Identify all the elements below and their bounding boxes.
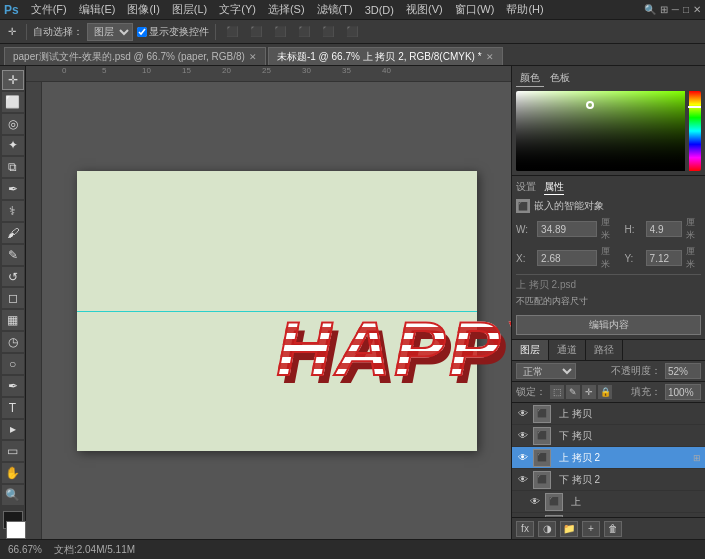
zoom-tool[interactable]: 🔍 (2, 485, 24, 505)
x-input[interactable] (537, 250, 597, 266)
lock-transparent-icon[interactable]: ⬚ (550, 385, 564, 399)
gradient-tool[interactable]: ▦ (2, 310, 24, 330)
background-color[interactable] (6, 521, 26, 539)
workspace-icon[interactable]: ⊞ (660, 4, 668, 15)
menu-layer[interactable]: 图层(L) (166, 0, 213, 19)
color-picker[interactable] (516, 91, 701, 171)
tab-close-untitled[interactable]: ✕ (486, 52, 494, 62)
layer-item[interactable]: 👁 ⬛ 上 拷贝 (512, 403, 705, 425)
layer-name: 下 拷贝 (559, 429, 701, 443)
fill-input[interactable] (665, 384, 701, 400)
align-top-btn[interactable]: ⬛ (294, 22, 314, 42)
happy-main-layer: HAPPY (277, 311, 512, 387)
history-brush-tool[interactable]: ↺ (2, 267, 24, 287)
text-tool[interactable]: T (2, 398, 24, 418)
layer-item[interactable]: 👁 ⬛ 上 (512, 491, 705, 513)
clone-tool[interactable]: ✎ (2, 245, 24, 265)
color-hue-indicator (688, 106, 701, 108)
move-tool[interactable]: ✛ (2, 70, 24, 90)
spot-heal-tool[interactable]: ⚕ (2, 201, 24, 221)
y-unit: 厘米 (686, 245, 701, 271)
close-icon[interactable]: ✕ (693, 4, 701, 15)
brush-tool[interactable]: 🖌 (2, 223, 24, 243)
eraser-tool[interactable]: ◻ (2, 288, 24, 308)
layer-adjustment-button[interactable]: ◑ (538, 521, 556, 537)
lock-image-icon[interactable]: ✎ (566, 385, 580, 399)
blur-tool[interactable]: ◷ (2, 332, 24, 352)
min-icon[interactable]: ─ (672, 4, 679, 15)
tab-paths[interactable]: 路径 (586, 340, 623, 360)
align-right-btn[interactable]: ⬛ (270, 22, 290, 42)
marquee-tool[interactable]: ⬜ (2, 92, 24, 112)
menu-text[interactable]: 文字(Y) (213, 0, 262, 19)
opacity-label: 不透明度： (611, 364, 661, 378)
h-input[interactable] (646, 221, 682, 237)
lasso-tool[interactable]: ◎ (2, 114, 24, 134)
menu-3d[interactable]: 3D(D) (359, 0, 400, 19)
layer-visibility[interactable]: 👁 (516, 407, 530, 421)
edit-content-button[interactable]: 编辑内容 (516, 315, 701, 335)
menu-window[interactable]: 窗口(W) (449, 0, 501, 19)
layer-visibility[interactable]: 👁 (516, 429, 530, 443)
h-unit: 厘米 (686, 216, 701, 242)
align-bottom-btn[interactable]: ⬛ (342, 22, 362, 42)
layer-visibility[interactable]: 👁 (516, 451, 530, 465)
tab-swatches[interactable]: 色板 (546, 70, 574, 87)
menu-filter[interactable]: 滤镜(T) (311, 0, 359, 19)
menu-help[interactable]: 帮助(H) (500, 0, 549, 19)
tab-layers[interactable]: 图层 (512, 340, 549, 360)
path-select-tool[interactable]: ▸ (2, 420, 24, 440)
new-layer-button[interactable]: + (582, 521, 600, 537)
layer-item[interactable]: 👁 ⬛ 下 拷贝 (512, 425, 705, 447)
layer-item[interactable]: 👁 ⬛ 上 拷贝 2 ⊞ (512, 447, 705, 469)
align-left-btn[interactable]: ⬛ (222, 22, 242, 42)
magic-wand-tool[interactable]: ✦ (2, 136, 24, 156)
tab-channels[interactable]: 通道 (549, 340, 586, 360)
transform-controls-checkbox[interactable] (137, 27, 147, 37)
layer-thumbnail: ⬛ (533, 405, 551, 423)
layer-visibility[interactable]: 👁 (528, 495, 542, 509)
separator2 (215, 24, 216, 40)
align-center-btn[interactable]: ⬛ (246, 22, 266, 42)
tab-close-paper[interactable]: ✕ (249, 52, 257, 62)
tab-color[interactable]: 颜色 (516, 70, 544, 87)
dodge-tool[interactable]: ○ (2, 354, 24, 374)
shape-tool[interactable]: ▭ (2, 441, 24, 461)
eyedropper-tool[interactable]: ✒ (2, 179, 24, 199)
menu-select[interactable]: 选择(S) (262, 0, 311, 19)
transform-controls-label[interactable]: 显示变换控件 (137, 25, 209, 39)
delete-layer-button[interactable]: 🗑 (604, 521, 622, 537)
y-input[interactable] (646, 250, 682, 266)
color-panel-tabs: 颜色 色板 (516, 70, 701, 87)
layer-smart-icon: ⊞ (693, 453, 701, 463)
lock-position-icon[interactable]: ✛ (582, 385, 596, 399)
opacity-input[interactable] (665, 363, 701, 379)
tab-attributes[interactable]: 属性 (544, 180, 564, 195)
tab-settings[interactable]: 设置 (516, 180, 536, 195)
menu-file[interactable]: 文件(F) (25, 0, 73, 19)
tab-untitled[interactable]: 未标题-1 @ 66.7% 上 拷贝 2, RGB/8(CMYK) * ✕ (268, 47, 503, 65)
color-section: 颜色 色板 (512, 66, 705, 176)
layer-fx-button[interactable]: fx (516, 521, 534, 537)
layer-group-button[interactable]: 📁 (560, 521, 578, 537)
tab-paper[interactable]: paper测试文件-效果的.psd @ 66.7% (paper, RGB/8)… (4, 47, 266, 65)
align-middle-btn[interactable]: ⬛ (318, 22, 338, 42)
crop-tool[interactable]: ⧉ (2, 157, 24, 177)
layer-visibility[interactable]: 👁 (516, 473, 530, 487)
w-input[interactable] (537, 221, 597, 237)
layer-item[interactable]: 👁 ⬛ 下 拷贝 2 (512, 469, 705, 491)
max-icon[interactable]: □ (683, 4, 689, 15)
blend-mode-select[interactable]: 正常 (516, 363, 576, 379)
pen-tool[interactable]: ✒ (2, 376, 24, 396)
menu-edit[interactable]: 编辑(E) (73, 0, 122, 19)
search-icon[interactable]: 🔍 (644, 4, 656, 15)
menu-image[interactable]: 图像(I) (121, 0, 165, 19)
smart-object-icon: ⬛ (516, 199, 530, 213)
menu-view[interactable]: 视图(V) (400, 0, 449, 19)
lock-icons-group: ⬚ ✎ ✛ 🔒 (550, 385, 612, 399)
color-hue-bar[interactable] (689, 91, 701, 171)
canvas-container[interactable]: HAPPY HAPPY (42, 82, 511, 539)
auto-select-dropdown[interactable]: 图层 (87, 23, 133, 41)
lock-all-icon[interactable]: 🔒 (598, 385, 612, 399)
hand-tool[interactable]: ✋ (2, 463, 24, 483)
